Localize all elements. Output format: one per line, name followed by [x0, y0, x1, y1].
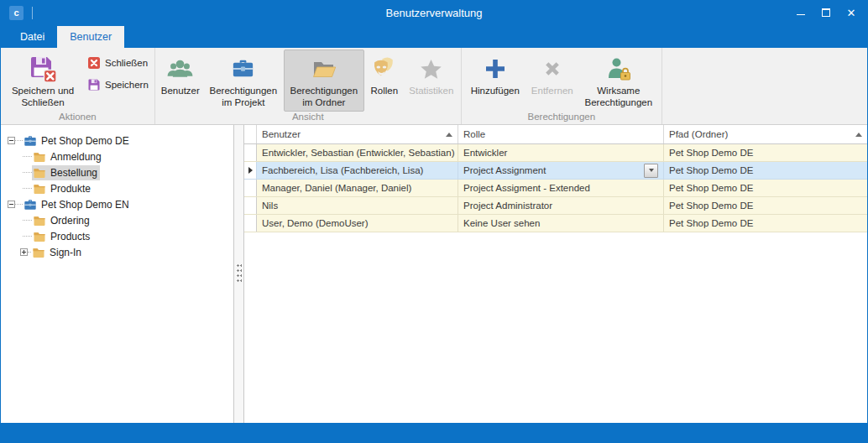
tree-item-ordering[interactable]: Ordering	[1, 212, 233, 228]
column-header-benutzer[interactable]: Benutzer	[257, 125, 458, 143]
open-folder-icon	[311, 54, 337, 84]
dropdown-button[interactable]	[644, 164, 658, 178]
ribbon-group-berechtigungen: Hinzufügen Entfernen	[462, 48, 662, 124]
grid-indicator-header	[244, 125, 257, 143]
cell-rolle[interactable]: Entwickler	[458, 144, 664, 161]
permissions-in-project-button[interactable]: Berechtigungen im Projekt	[203, 50, 284, 112]
column-header-label: Pfad (Ordner)	[669, 129, 728, 139]
tree-item-pet-shop-demo-en[interactable]: Pet Shop Demo EN	[1, 196, 233, 212]
row-indicator-cell	[244, 215, 257, 232]
users-button[interactable]: Benutzer	[158, 50, 203, 112]
save-label: Speichern	[105, 80, 149, 90]
cell-pfad[interactable]: Pet Shop Demo DE	[664, 215, 867, 232]
main-content: Pet Shop Demo DE Anmeldung Bestellung Pr…	[1, 125, 867, 423]
column-header-pfad[interactable]: Pfad (Ordner)	[664, 125, 867, 143]
cell-rolle-editor[interactable]: Project Assignment	[458, 162, 664, 179]
grid-row-selected[interactable]: Fachbereich, Lisa (Fachbereich, Lisa) Pr…	[244, 162, 867, 180]
permissions-grid: Benutzer Rolle Pfad (Ordner) Entwickler,…	[244, 125, 867, 423]
column-header-label: Benutzer	[262, 129, 301, 139]
roles-label: Rollen	[370, 86, 398, 97]
cell-rolle-value: Project Assignment	[463, 165, 546, 175]
cell-rolle[interactable]: Project Administrator	[458, 197, 664, 214]
masks-icon	[370, 54, 398, 84]
tree-item-label: Anmeldung	[50, 151, 102, 163]
folder-icon	[33, 166, 46, 180]
roles-button[interactable]: Rollen	[364, 50, 405, 112]
maximize-icon	[822, 8, 830, 17]
cell-pfad[interactable]: Pet Shop Demo DE	[664, 162, 867, 179]
collapse-icon[interactable]	[8, 201, 15, 208]
save-button[interactable]: Speichern	[84, 77, 152, 92]
titlebar-separator	[32, 7, 33, 19]
tree-item-label: Products	[50, 231, 90, 242]
collapse-icon[interactable]	[8, 137, 15, 144]
tab-benutzer[interactable]: Benutzer	[57, 26, 124, 48]
expand-icon[interactable]	[20, 248, 28, 256]
minimize-icon	[797, 14, 805, 16]
tree-item-bestellung[interactable]: Bestellung	[1, 164, 233, 180]
tree-item-products[interactable]: Products	[1, 228, 233, 244]
close-button[interactable]: ✕	[840, 3, 862, 22]
save-and-close-button[interactable]: Speichern und Schließen	[3, 50, 82, 112]
titlebar: c Benutzerverwaltung ✕	[1, 1, 867, 24]
splitter[interactable]	[234, 125, 244, 423]
grid-row[interactable]: Entwickler, Sebastian (Entwickler, Sebas…	[244, 144, 867, 162]
project-icon	[24, 134, 37, 148]
tree-item-anmeldung[interactable]: Anmeldung	[1, 149, 233, 164]
close-x-icon	[87, 56, 101, 70]
permissions-in-folder-label: Berechtigungen im Ordner	[286, 86, 362, 108]
statistics-label: Statistiken	[409, 86, 453, 97]
close-ribbon-button[interactable]: Schließen	[84, 55, 152, 70]
cell-benutzer[interactable]: Fachbereich, Lisa (Fachbereich, Lisa)	[257, 162, 458, 179]
focused-row-arrow-icon	[248, 167, 253, 174]
cell-benutzer[interactable]: User, Demo (DemoUser)	[257, 215, 458, 232]
tab-datei[interactable]: Datei	[8, 26, 57, 48]
tree-item-produkte[interactable]: Produkte	[1, 180, 233, 196]
ribbon-group-aktionen: Speichern und Schließen Schließen	[1, 48, 155, 124]
column-header-rolle[interactable]: Rolle	[458, 125, 664, 143]
cell-benutzer[interactable]: Entwickler, Sebastian (Entwickler, Sebas…	[257, 144, 458, 161]
maximize-button[interactable]	[815, 3, 837, 22]
effective-permissions-button[interactable]: Wirksame Berechtigungen	[578, 50, 659, 112]
person-lock-icon	[605, 54, 632, 84]
window-title: Benutzerverwaltung	[1, 7, 867, 19]
status-bar	[1, 423, 867, 442]
effective-permissions-label: Wirksame Berechtigungen	[581, 86, 656, 108]
tree-item-pet-shop-demo-de[interactable]: Pet Shop Demo DE	[1, 133, 233, 149]
cell-rolle[interactable]: Project Assigment - Extended	[458, 180, 664, 196]
permissions-in-project-label: Berechtigungen im Projekt	[206, 86, 281, 108]
tree-connector	[23, 236, 32, 237]
tree-connector	[23, 220, 32, 221]
grid-empty-area	[244, 232, 867, 423]
window-controls: ✕	[790, 3, 862, 22]
cell-pfad[interactable]: Pet Shop Demo DE	[664, 144, 867, 161]
remove-button[interactable]: Entfernen	[526, 50, 578, 112]
remove-label: Entfernen	[531, 86, 573, 97]
grid-row[interactable]: Manager, Daniel (Manager, Daniel) Projec…	[244, 180, 867, 197]
ribbon-group-label-ansicht: Ansicht	[155, 112, 461, 124]
column-header-label: Rolle	[463, 129, 485, 139]
add-button[interactable]: Hinzufügen	[464, 50, 526, 112]
cell-benutzer[interactable]: Nils	[257, 197, 458, 214]
sort-asc-icon	[855, 133, 862, 137]
app-icon[interactable]: c	[9, 6, 24, 20]
tree-item-label: Bestellung	[50, 167, 97, 179]
grid-row[interactable]: User, Demo (DemoUser) Keine User sehen P…	[244, 215, 867, 232]
folder-icon	[33, 230, 46, 243]
tree-item-label: Produkte	[50, 183, 91, 195]
cell-benutzer[interactable]: Manager, Daniel (Manager, Daniel)	[257, 180, 458, 196]
cell-pfad[interactable]: Pet Shop Demo DE	[664, 197, 867, 214]
cell-rolle[interactable]: Keine User sehen	[458, 215, 664, 232]
project-icon	[24, 198, 37, 211]
statistics-button[interactable]: Statistiken	[405, 50, 458, 112]
ribbon-group-label-aktionen: Aktionen	[1, 112, 154, 124]
save-and-close-label: Speichern und Schließen	[6, 86, 80, 108]
folder-icon	[33, 150, 46, 164]
folder-icon	[33, 214, 46, 227]
permissions-in-folder-button[interactable]: Berechtigungen im Ordner	[284, 50, 364, 112]
x-icon	[539, 54, 566, 84]
tree-item-sign-in[interactable]: Sign-In	[1, 244, 233, 260]
grid-row[interactable]: Nils Project Administrator Pet Shop Demo…	[244, 197, 867, 215]
cell-pfad[interactable]: Pet Shop Demo DE	[664, 180, 867, 196]
minimize-button[interactable]	[790, 3, 812, 22]
